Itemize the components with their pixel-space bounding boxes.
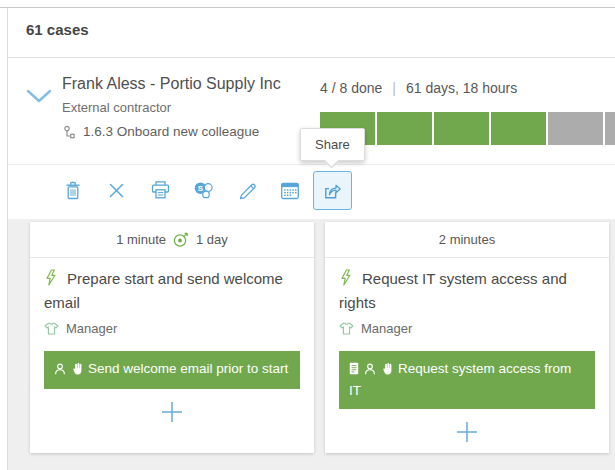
progress-segment	[491, 112, 546, 145]
progress-segment	[434, 112, 489, 145]
calendar-button[interactable]	[274, 174, 306, 206]
duration-label: 2 minutes	[439, 232, 495, 247]
task-card: 2 minutes Request IT system access and r…	[325, 222, 609, 453]
window-top-border	[0, 7, 615, 8]
share-button[interactable]	[313, 171, 352, 210]
share-tooltip: Share	[300, 128, 365, 161]
card-body: Prepare start and send welcome email Man…	[30, 258, 314, 426]
share-icon	[322, 181, 343, 201]
case-count-label: 61 cases	[26, 21, 89, 38]
delete-button[interactable]	[57, 174, 89, 206]
progress-segment	[605, 112, 615, 145]
target-duration-label: 1 day	[196, 232, 228, 247]
add-task-row	[339, 418, 595, 446]
progress-segment	[377, 112, 432, 145]
add-task-row	[44, 398, 300, 426]
task-role-label: Manager	[361, 321, 412, 336]
card-body: Request IT system access and rights Mana…	[325, 258, 609, 446]
calendar-icon	[280, 180, 300, 200]
case-type: External contractor	[62, 100, 171, 115]
task-title-text: Request IT system access and rights	[339, 270, 567, 311]
lightning-icon	[339, 269, 352, 292]
case-name: Frank Aless - Portio Supply Inc	[62, 75, 281, 93]
card-duration-header: 2 minutes	[325, 222, 609, 258]
print-button[interactable]	[144, 174, 176, 206]
share-tooltip-label: Share	[315, 137, 350, 152]
user-icon	[364, 361, 376, 381]
subtask-block[interactable]: Request system access from IT	[339, 351, 595, 409]
card-duration-header: 1 minute 1 day	[30, 222, 314, 258]
task-role-label: Manager	[66, 321, 117, 336]
add-task-button[interactable]	[158, 398, 186, 426]
cancel-button[interactable]	[100, 174, 132, 206]
subtask-block[interactable]: Send welcome email prior to start	[44, 351, 300, 389]
task-card: 1 minute 1 day Prepare start and send we…	[30, 222, 314, 453]
duration-label: 1 minute	[116, 232, 166, 247]
target-icon-wrap	[173, 232, 189, 248]
collapse-case-button[interactable]	[26, 88, 52, 108]
add-task-button[interactable]	[453, 418, 481, 446]
progress-segment	[548, 112, 603, 145]
tshirt-role-icon	[339, 322, 354, 335]
subtask-label: Send welcome email prior to start	[88, 361, 288, 376]
case-progress-stats: 4 / 8 done | 61 days, 18 hours	[320, 80, 517, 96]
task-role-row: Manager	[339, 321, 595, 336]
user-icon	[54, 361, 66, 381]
pencil-icon	[238, 181, 257, 200]
case-process-row: 1.6.3 Onboard new colleague	[62, 124, 259, 139]
task-role-row: Manager	[44, 321, 300, 336]
edit-button[interactable]	[231, 174, 263, 206]
trash-icon	[63, 180, 83, 201]
target-deadline-icon	[173, 232, 189, 248]
stats-separator: |	[392, 80, 396, 96]
tooltip-caret	[324, 153, 340, 169]
document-icon	[349, 361, 359, 381]
sharepoint-button[interactable]: S	[187, 174, 219, 206]
time-remaining-label: 61 days, 18 hours	[406, 80, 517, 96]
case-list-screen: 61 cases Frank Aless - Portio Supply Inc…	[0, 0, 615, 470]
case-process-label: 1.6.3 Onboard new colleague	[83, 124, 259, 139]
chevron-down-icon	[26, 88, 52, 104]
task-title: Prepare start and send welcome email	[44, 268, 300, 314]
task-title-text: Prepare start and send welcome email	[44, 270, 283, 311]
task-title: Request IT system access and rights	[339, 268, 595, 314]
done-count-label: 4 / 8 done	[320, 80, 382, 96]
close-icon	[108, 182, 125, 199]
row-separator	[8, 164, 615, 165]
sharepoint-icon: S	[193, 181, 214, 200]
process-hierarchy-icon	[62, 125, 77, 139]
lightning-icon	[44, 269, 57, 292]
printer-icon	[150, 180, 171, 200]
manual-hand-icon	[71, 361, 83, 381]
manual-hand-icon	[381, 361, 393, 381]
sharepoint-letter: S	[197, 184, 203, 193]
tshirt-role-icon	[44, 322, 59, 335]
header-separator	[8, 57, 615, 58]
